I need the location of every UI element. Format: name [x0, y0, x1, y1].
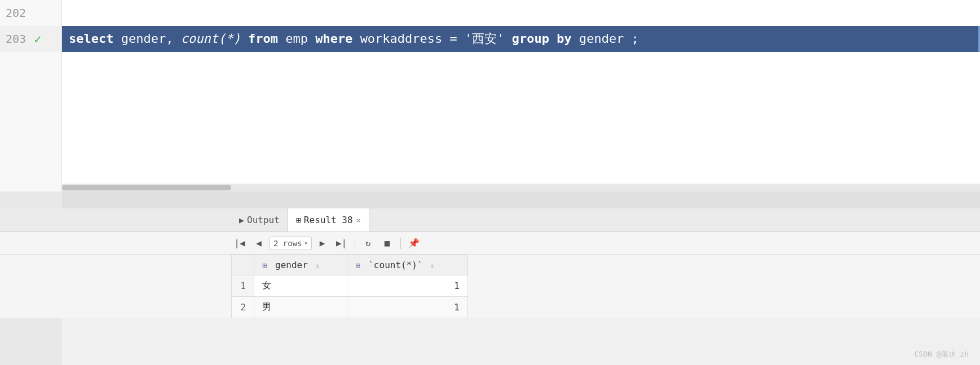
- kw-where: where: [315, 32, 360, 46]
- count-col-icon: ⊞: [355, 261, 360, 270]
- line-203-number: 203: [6, 32, 26, 46]
- kw-value: '西安': [465, 32, 505, 46]
- rows-selector[interactable]: 2 rows ▾: [270, 237, 312, 250]
- stop-button[interactable]: ■: [379, 235, 396, 251]
- results-table-container: ⊞ gender ⇕ ⊞ `count(*)` ⇕ 1 女 1: [0, 255, 980, 318]
- line-203-row: 203 ✓: [0, 26, 61, 52]
- table-header-row: ⊞ gender ⇕ ⊞ `count(*)` ⇕: [232, 255, 468, 275]
- count-sort-icon[interactable]: ⇕: [430, 262, 434, 270]
- kw-emp: emp: [285, 32, 315, 46]
- kw-gender2: gender ;: [579, 32, 639, 46]
- next-button[interactable]: ▶: [314, 235, 331, 251]
- col-header-gender[interactable]: ⊞ gender ⇕: [254, 255, 347, 275]
- line-202-row: 202: [0, 0, 61, 26]
- kw-count: count(*): [181, 32, 241, 46]
- editor-scrollbar-thumb[interactable]: [62, 185, 231, 190]
- count-col-label: `count(*)`: [368, 260, 422, 270]
- row-2-num: 2: [232, 297, 254, 318]
- tab-output-label: Output: [247, 215, 280, 225]
- tab-result38-label: Result 38: [304, 215, 353, 225]
- line-203-check-icon: ✓: [34, 32, 41, 46]
- editor-results-divider: [0, 192, 980, 208]
- gender-sort-icon[interactable]: ⇕: [316, 262, 320, 270]
- kw-workaddress: workaddress =: [360, 32, 465, 46]
- kw-groupby: group by: [512, 32, 579, 46]
- prev-button[interactable]: ◀: [250, 235, 267, 251]
- result38-tab-icon: ⊞: [296, 215, 301, 225]
- results-table: ⊞ gender ⇕ ⊞ `count(*)` ⇕ 1 女 1: [231, 255, 468, 318]
- toolbar-separator-1: [355, 238, 355, 249]
- first-button[interactable]: |◀: [231, 235, 248, 251]
- col-header-count[interactable]: ⊞ `count(*)` ⇕: [347, 255, 468, 275]
- row-2-gender: 男: [254, 297, 347, 318]
- tab-result38[interactable]: ⊞ Result 38 ×: [288, 208, 369, 232]
- rows-chevron-icon: ▾: [304, 240, 308, 246]
- row-2-count: 1: [347, 297, 468, 318]
- last-button[interactable]: ▶|: [333, 235, 350, 251]
- code-line-203[interactable]: select gender, count(*) from emp where w…: [62, 26, 980, 52]
- pin-button[interactable]: 📌: [405, 235, 422, 251]
- row-1-count: 1: [347, 275, 468, 297]
- editor-scrollbar[interactable]: [62, 184, 980, 192]
- gender-col-icon: ⊞: [262, 261, 267, 270]
- output-tab-icon: ▶: [239, 215, 244, 225]
- kw-from: from: [248, 32, 285, 46]
- rows-label: 2 rows: [273, 239, 302, 248]
- line-202-number: 202: [6, 6, 26, 20]
- tabs-bar: ▶ Output ⊞ Result 38 ×: [0, 208, 980, 232]
- code-area[interactable]: select gender, count(*) from emp where w…: [62, 0, 980, 192]
- row-1-gender: 女: [254, 275, 347, 297]
- results-toolbar: |◀ ◀ 2 rows ▾ ▶ ▶| ↻ ■ 📌: [0, 232, 980, 255]
- row-1-num: 1: [232, 275, 254, 297]
- editor-area: 202 203 ✓ select gender, count(*) from e…: [0, 0, 980, 192]
- results-table-body: 1 女 1 2 男 1: [232, 275, 468, 318]
- watermark: CSDN @落水_zh: [915, 349, 969, 359]
- toolbar-separator-2: [400, 238, 401, 249]
- kw-select: select: [69, 32, 113, 46]
- col-header-rownum: [232, 255, 254, 275]
- tab-output[interactable]: ▶ Output: [231, 208, 288, 232]
- gender-col-label: gender: [275, 260, 308, 270]
- table-row: 2 男 1: [232, 297, 468, 318]
- code-line-203-text: select gender, count(*) from emp where w…: [69, 30, 639, 47]
- kw-gender: gender,: [121, 32, 181, 46]
- code-line-202: [62, 0, 980, 26]
- line-numbers: 202 203 ✓: [0, 0, 62, 192]
- table-row: 1 女 1: [232, 275, 468, 297]
- refresh-button[interactable]: ↻: [360, 235, 377, 251]
- results-area: ▶ Output ⊞ Result 38 × |◀ ◀ 2 rows ▾ ▶ ▶…: [0, 208, 980, 318]
- tab-result38-close[interactable]: ×: [356, 216, 361, 225]
